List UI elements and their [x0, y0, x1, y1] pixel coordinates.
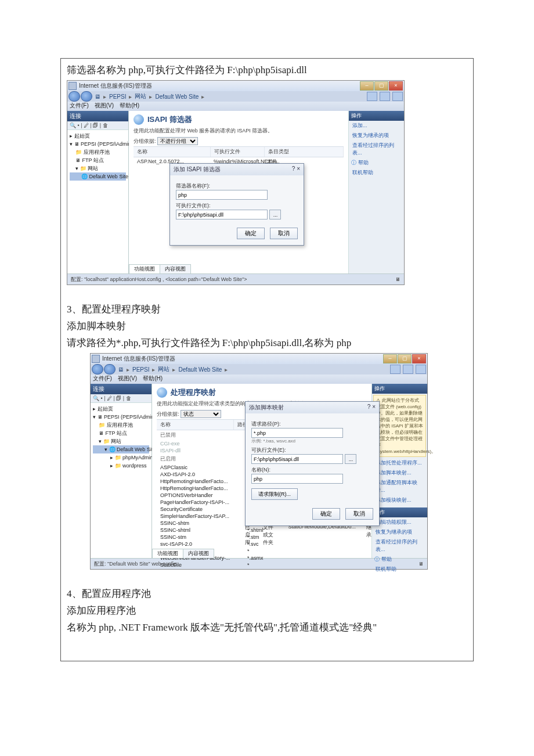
action-add[interactable]: 添加...: [349, 121, 404, 131]
maximize-button[interactable]: ▢: [398, 354, 412, 363]
menu-bar[interactable]: 文件(F) 视图(V) 帮助(H): [91, 375, 427, 384]
executable-input[interactable]: [176, 210, 268, 219]
browse-button[interactable]: ...: [269, 210, 281, 219]
breadcrumb-site[interactable]: Default Web Site: [178, 366, 222, 373]
list-header[interactable]: 名称 可执行文件 条目类型: [134, 146, 344, 157]
breadcrumb-home-icon[interactable]: 🖥: [95, 93, 100, 100]
breadcrumb-server[interactable]: PEPSI: [132, 366, 149, 373]
addr-tool-3[interactable]: [392, 92, 403, 101]
request-path-input[interactable]: [251, 428, 343, 438]
action-revert[interactable]: 恢复为继承的项: [372, 527, 427, 537]
status-bar: 配置: "localhost" applicationHost.config ,…: [67, 273, 404, 285]
view-tabs[interactable]: 功能视图 内容视图: [152, 549, 214, 558]
col-executable[interactable]: 可执行文件: [211, 147, 265, 157]
back-button[interactable]: [68, 91, 80, 102]
breadcrumb-sites[interactable]: 网站: [158, 365, 169, 373]
menu-view[interactable]: 视图(V): [118, 375, 137, 384]
breadcrumb-sites[interactable]: 网站: [135, 92, 146, 100]
forward-button[interactable]: [81, 91, 92, 102]
addr-tool-1[interactable]: [390, 365, 400, 374]
addr-tool-2[interactable]: [380, 92, 390, 101]
tab-content-view[interactable]: 内容视图: [160, 264, 191, 273]
cancel-button[interactable]: 取消: [270, 228, 298, 239]
group-by-select[interactable]: 状态: [181, 410, 221, 418]
menu-file[interactable]: 文件(F): [70, 102, 89, 111]
back-button[interactable]: [92, 364, 103, 375]
tree-default-web-site[interactable]: 🌐 Default Web Site: [70, 172, 126, 181]
name-input[interactable]: [251, 474, 343, 484]
tree-default-web-site[interactable]: ▾ 🌐 Default Web Site: [93, 445, 149, 453]
iis-window-isapi: Internet 信息服务(IIS)管理器 – ▢ × 🖥 ▸ PEPSI ▸ …: [67, 80, 405, 285]
breadcrumb-server[interactable]: PEPSI: [109, 93, 126, 100]
menu-help[interactable]: 帮助(H): [143, 375, 163, 384]
menu-file[interactable]: 文件(F): [93, 375, 112, 384]
tree-app-pools[interactable]: 📁 应用程序池: [93, 421, 149, 429]
feature-pane: 处理程序映射 使用此功能指定处理特定请求类型的响应的资源，如 DLL 和托管代码…: [152, 384, 371, 558]
menu-bar[interactable]: 文件(F) 视图(V) 帮助(H): [67, 102, 404, 111]
connections-toolbar[interactable]: 🔍 • | 🖉 | 🗐 | 🗑: [67, 121, 128, 130]
action-add-script-map[interactable]: 添加脚本映射...: [372, 468, 427, 478]
minimize-button[interactable]: –: [383, 354, 397, 363]
tree-sites[interactable]: ▾ 📁 网站: [70, 164, 126, 172]
tree-start-page[interactable]: ▸ 起始页: [93, 405, 149, 413]
group-by-label: 分组依据:: [157, 411, 179, 417]
addr-tool-1[interactable]: [367, 92, 377, 101]
tree-server[interactable]: ▾ 🖥 PEPSI (PEPSI\Administrator): [93, 413, 149, 421]
col-name[interactable]: 名称: [134, 147, 211, 157]
action-add-module-map[interactable]: 添加模块映射...: [372, 495, 427, 505]
status-icon: 🖥: [418, 561, 424, 567]
connections-tree[interactable]: ▸ 起始页 ▾ 🖥 PEPSI (PEPSI\Administrator) 📁 …: [67, 130, 128, 182]
close-button[interactable]: ×: [412, 354, 426, 363]
tab-content-view[interactable]: 内容视图: [183, 549, 214, 558]
tab-features-view[interactable]: 功能视图: [152, 549, 183, 558]
action-add-wildcard[interactable]: 添加通配符脚本映射...: [372, 478, 427, 495]
window-titlebar[interactable]: Internet 信息服务(IIS)管理器 – ▢ ×: [91, 354, 427, 364]
addr-tool-2[interactable]: [403, 365, 413, 374]
view-tabs[interactable]: 功能视图 内容视图: [129, 264, 190, 273]
dialog-help-icon[interactable]: ? ×: [292, 165, 300, 174]
col-entry-type[interactable]: 条目类型: [265, 147, 344, 157]
connections-tree[interactable]: ▸ 起始页 ▾ 🖥 PEPSI (PEPSI\Administrator) 📁 …: [91, 403, 151, 471]
breadcrumb-site[interactable]: Default Web Site: [155, 93, 199, 100]
dialog-help-icon[interactable]: ? ×: [367, 404, 376, 412]
pane-title: ISAPI 筛选器: [147, 114, 192, 125]
tree-wordpress[interactable]: ▸ 📁 wordpress: [93, 462, 149, 470]
close-button[interactable]: ×: [389, 81, 403, 91]
tree-ftp-sites[interactable]: 🖥 FTP 站点: [93, 429, 149, 437]
action-revert[interactable]: 恢复为继承的项: [349, 131, 404, 141]
menu-view[interactable]: 视图(V): [95, 102, 114, 111]
ok-button[interactable]: 确定: [237, 228, 265, 239]
action-add-managed[interactable]: 添加托管处理程序...: [372, 458, 427, 468]
tab-features-view[interactable]: 功能视图: [129, 264, 160, 273]
addr-tool-3[interactable]: [416, 365, 426, 374]
tree-app-pools[interactable]: 📁 应用程序池: [70, 148, 126, 156]
help-online[interactable]: 联机帮助: [349, 168, 404, 178]
request-restrictions-button[interactable]: 请求限制(R)...: [251, 488, 298, 500]
cancel-button[interactable]: 取消: [345, 508, 373, 520]
filter-name-input[interactable]: [176, 190, 268, 200]
connections-toolbar[interactable]: 🔍 • | 🖉 | 🗐 | 🗑: [91, 394, 151, 403]
forward-button[interactable]: [104, 364, 116, 375]
executable-input[interactable]: [251, 454, 343, 464]
ok-button[interactable]: 确定: [312, 508, 340, 520]
window-titlebar[interactable]: Internet 信息服务(IIS)管理器 – ▢ ×: [67, 81, 404, 91]
tree-server[interactable]: ▾ 🖥 PEPSI (PEPSI\Administrator): [70, 140, 126, 148]
address-bar[interactable]: 🖥 ▸ PEPSI ▸ 网站 ▸ Default Web Site ▸: [67, 91, 404, 102]
menu-help[interactable]: 帮助(H): [120, 102, 139, 111]
tree-ftp-sites[interactable]: 🖥 FTP 站点: [70, 156, 126, 164]
tree-phpmyadmin[interactable]: ▸ 📁 phpMyAdmin: [93, 453, 149, 462]
address-bar[interactable]: 🖥 ▸ PEPSI ▸ 网站 ▸ Default Web Site ▸: [91, 364, 427, 375]
action-view-ordered[interactable]: 查看经过排序的列表...: [349, 141, 404, 158]
browse-button[interactable]: ...: [345, 454, 356, 464]
action-view-ordered[interactable]: 查看经过排序的列表...: [372, 537, 427, 555]
minimize-button[interactable]: –: [360, 81, 374, 91]
tree-sites[interactable]: ▾ 📁 网站: [93, 437, 149, 445]
action-edit-perm[interactable]: 编辑功能权限...: [372, 517, 427, 527]
col-name[interactable]: 名称: [157, 420, 234, 430]
breadcrumb-home-icon[interactable]: 🖥: [118, 366, 124, 373]
tree-start-page[interactable]: ▸ 起始页: [70, 132, 126, 140]
list-row[interactable]: StaticFile*: [157, 561, 367, 568]
maximize-button[interactable]: ▢: [374, 81, 388, 91]
group-by-select[interactable]: 不进行分组: [157, 137, 198, 145]
executable-label: 可执行文件(E):: [251, 447, 373, 454]
